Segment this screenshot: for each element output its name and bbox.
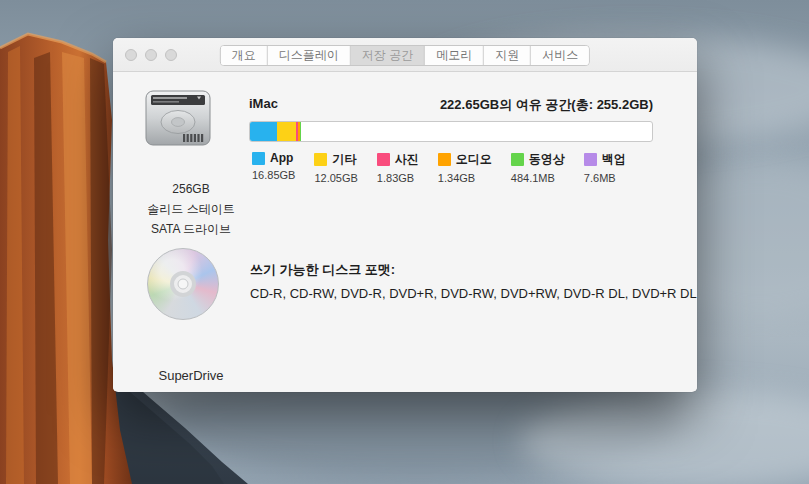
legend-swatch (314, 153, 327, 166)
tab-3[interactable]: 메모리 (425, 46, 484, 65)
legend-item-백업: 백업7.6MB (584, 151, 626, 184)
legend-item-동영상: 동영상484.1MB (511, 151, 565, 184)
legend-label: 오디오 (456, 151, 492, 168)
legend-swatch (511, 153, 524, 166)
legend-swatch (377, 153, 390, 166)
drive-bus-line: SATA 드라이브 (115, 219, 267, 239)
legend-swatch (438, 153, 451, 166)
drive-type-line: 솔리드 스테이트 (115, 199, 267, 219)
legend-label: App (270, 151, 293, 165)
disc-hole (178, 279, 189, 290)
tab-5[interactable]: 서비스 (531, 46, 589, 65)
legend-item-기타: 기타12.05GB (314, 151, 357, 184)
legend-label: 사진 (395, 151, 419, 168)
legend-swatch (584, 153, 597, 166)
drive-capacity: 256GB (115, 179, 267, 199)
legend-item-오디오: 오디오1.34GB (438, 151, 492, 184)
about-mac-window: 개요디스플레이저장 공간메모리지원서비스 (113, 38, 697, 392)
legend-label: 기타 (332, 151, 356, 168)
storage-pane: 256GB 솔리드 스테이트 SATA 드라이브 iMac 222.65GB의 … (113, 72, 697, 391)
legend-value: 16.85GB (252, 169, 295, 181)
minimize-button[interactable] (145, 49, 157, 61)
bar-segment-App (250, 122, 277, 141)
legend-value: 12.05GB (314, 172, 357, 184)
legend-value: 1.34GB (438, 172, 492, 184)
tab-2[interactable]: 저장 공간 (351, 46, 425, 65)
legend-value: 7.6MB (584, 172, 626, 184)
storage-usage-bar (249, 121, 653, 142)
writable-formats-list: CD-R, CD-RW, DVD-R, DVD+R, DVD-RW, DVD+R… (250, 286, 697, 301)
tab-4[interactable]: 지원 (484, 46, 531, 65)
zoom-button[interactable] (165, 49, 177, 61)
bar-segment-동영상 (300, 122, 301, 141)
legend-value: 1.83GB (377, 172, 419, 184)
close-button[interactable] (125, 49, 137, 61)
storage-header: iMac 222.65GB의 여유 공간(총: 255.2GB) (249, 96, 653, 114)
superdrive-disc-icon (147, 248, 219, 320)
free-space-text: 222.65GB의 여유 공간(총: 255.2GB) (440, 96, 653, 114)
drive-caption: 256GB 솔리드 스테이트 SATA 드라이브 (115, 179, 267, 239)
tab-0[interactable]: 개요 (221, 46, 268, 65)
window-titlebar[interactable]: 개요디스플레이저장 공간메모리지원서비스 (113, 38, 697, 72)
legend-swatch (252, 152, 265, 165)
legend-label: 동영상 (529, 151, 565, 168)
desktop: 개요디스플레이저장 공간메모리지원서비스 (0, 0, 809, 484)
bar-segment-기타 (277, 122, 296, 141)
traffic-lights (125, 49, 177, 61)
device-name: iMac (249, 96, 278, 114)
tab-bar: 개요디스플레이저장 공간메모리지원서비스 (220, 45, 590, 66)
writable-formats-title: 쓰기 가능한 디스크 포맷: (250, 261, 395, 279)
tab-1[interactable]: 디스플레이 (268, 46, 351, 65)
legend-item-App: App16.85GB (252, 151, 295, 184)
superdrive-label: SuperDrive (115, 368, 267, 383)
legend-label: 백업 (602, 151, 626, 168)
hard-drive-icon (143, 86, 213, 154)
legend-value: 484.1MB (511, 172, 565, 184)
legend-item-사진: 사진1.83GB (377, 151, 419, 184)
storage-legend: App16.85GB기타12.05GB사진1.83GB오디오1.34GB동영상4… (252, 151, 626, 184)
